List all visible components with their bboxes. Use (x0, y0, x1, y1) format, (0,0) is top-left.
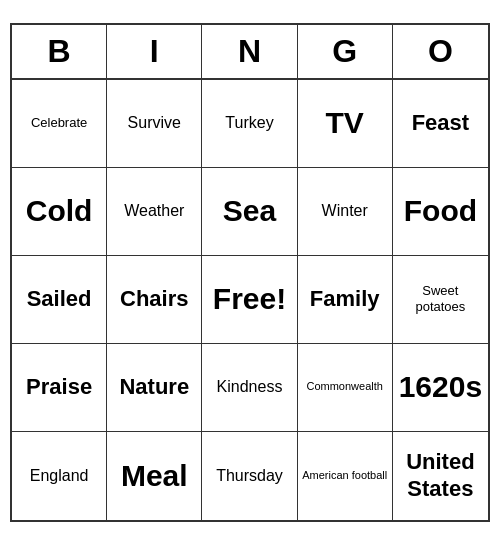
cell-12: Free! (202, 256, 297, 344)
cell-text-5: Cold (26, 193, 93, 229)
cell-8: Winter (298, 168, 393, 256)
cell-6: Weather (107, 168, 202, 256)
cell-text-2: Turkey (225, 113, 273, 132)
cell-15: Praise (12, 344, 107, 432)
cell-3: TV (298, 80, 393, 168)
cell-5: Cold (12, 168, 107, 256)
cell-24: United States (393, 432, 488, 520)
cell-17: Kindness (202, 344, 297, 432)
header-I: I (107, 25, 202, 78)
bingo-grid: CelebrateSurviveTurkeyTVFeastColdWeather… (12, 80, 488, 520)
header-row: BINGO (12, 25, 488, 80)
header-O: O (393, 25, 488, 78)
cell-23: American football (298, 432, 393, 520)
cell-text-20: England (30, 466, 89, 485)
cell-text-14: Sweet potatoes (397, 283, 484, 314)
cell-text-22: Thursday (216, 466, 283, 485)
cell-text-1: Survive (128, 113, 181, 132)
cell-7: Sea (202, 168, 297, 256)
bingo-card: BINGO CelebrateSurviveTurkeyTVFeastColdW… (10, 23, 490, 522)
cell-text-10: Sailed (27, 286, 92, 312)
cell-14: Sweet potatoes (393, 256, 488, 344)
cell-2: Turkey (202, 80, 297, 168)
cell-9: Food (393, 168, 488, 256)
cell-11: Chairs (107, 256, 202, 344)
header-B: B (12, 25, 107, 78)
cell-text-18: Commonwealth (306, 380, 382, 393)
header-N: N (202, 25, 297, 78)
cell-text-0: Celebrate (31, 115, 87, 131)
cell-16: Nature (107, 344, 202, 432)
cell-text-21: Meal (121, 458, 188, 494)
cell-text-24: United States (397, 449, 484, 502)
cell-text-23: American football (302, 469, 387, 482)
cell-22: Thursday (202, 432, 297, 520)
cell-text-7: Sea (223, 193, 276, 229)
cell-19: 1620s (393, 344, 488, 432)
cell-text-12: Free! (213, 281, 286, 317)
cell-text-8: Winter (322, 201, 368, 220)
header-G: G (298, 25, 393, 78)
cell-13: Family (298, 256, 393, 344)
cell-text-13: Family (310, 286, 380, 312)
cell-text-6: Weather (124, 201, 184, 220)
cell-10: Sailed (12, 256, 107, 344)
cell-text-4: Feast (412, 110, 469, 136)
cell-1: Survive (107, 80, 202, 168)
cell-text-16: Nature (119, 374, 189, 400)
cell-text-11: Chairs (120, 286, 188, 312)
cell-20: England (12, 432, 107, 520)
cell-text-15: Praise (26, 374, 92, 400)
cell-text-3: TV (326, 105, 364, 141)
cell-text-9: Food (404, 193, 477, 229)
cell-4: Feast (393, 80, 488, 168)
cell-text-17: Kindness (217, 377, 283, 396)
cell-text-19: 1620s (399, 369, 482, 405)
cell-21: Meal (107, 432, 202, 520)
cell-0: Celebrate (12, 80, 107, 168)
cell-18: Commonwealth (298, 344, 393, 432)
